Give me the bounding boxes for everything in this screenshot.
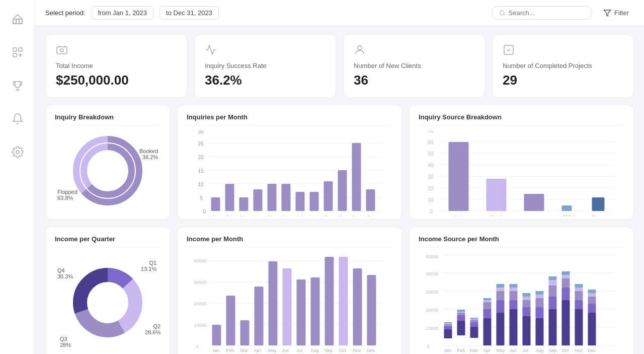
svg-rect-163 <box>536 318 544 345</box>
donut-svg <box>67 130 148 211</box>
svg-rect-33 <box>282 184 291 211</box>
svg-rect-172 <box>549 276 557 280</box>
svg-text:30: 30 <box>198 130 204 134</box>
svg-rect-166 <box>536 295 544 298</box>
sidebar-item-home[interactable] <box>9 10 27 28</box>
svg-rect-177 <box>562 271 570 275</box>
svg-rect-103 <box>367 275 376 345</box>
svg-rect-143 <box>484 318 492 345</box>
svg-point-8 <box>60 49 63 52</box>
svg-rect-150 <box>497 291 505 300</box>
stat-new-clients-label: Number of New Clients <box>354 62 474 69</box>
booked-label: Booked 36.2% <box>139 148 158 160</box>
sidebar-item-analytics[interactable] <box>9 43 27 61</box>
svg-rect-129 <box>444 326 452 329</box>
svg-rect-94 <box>240 320 250 345</box>
svg-rect-148 <box>497 313 505 345</box>
svg-rect-175 <box>562 278 570 288</box>
svg-rect-142 <box>470 318 478 319</box>
svg-rect-184 <box>588 304 596 313</box>
svg-text:Feb: Feb <box>457 348 465 353</box>
svg-text:20: 20 <box>198 155 204 160</box>
income-per-quarter-chart: Q1 13.1% Q2 28.6% Q3 28% Q4 30.3% <box>55 252 160 353</box>
svg-point-81 <box>88 282 128 323</box>
svg-text:Oct: Oct <box>562 348 570 353</box>
svg-text:May: May <box>268 348 277 353</box>
sidebar-item-trophy[interactable] <box>9 77 27 95</box>
svg-rect-152 <box>497 284 505 288</box>
svg-text:Email: Email <box>491 215 502 216</box>
svg-text:Jun: Jun <box>282 215 290 216</box>
svg-rect-162 <box>523 293 531 297</box>
svg-rect-29 <box>225 184 234 211</box>
stat-completed-projects-value: 29 <box>503 73 623 88</box>
svg-text:Jun: Jun <box>510 348 517 353</box>
inquiries-bar-svg: 0 5 10 15 20 25 30 <box>187 130 392 216</box>
filter-icon <box>603 9 611 17</box>
svg-text:15: 15 <box>198 168 204 174</box>
svg-rect-39 <box>366 189 375 211</box>
svg-text:Nov: Nov <box>353 215 362 216</box>
svg-rect-158 <box>523 316 531 345</box>
svg-rect-154 <box>510 300 518 309</box>
svg-text:10: 10 <box>198 182 204 187</box>
sidebar-item-bell[interactable] <box>9 110 27 128</box>
svg-text:Sep: Sep <box>325 215 333 216</box>
income-per-month-card: Income per Month 0 10000 20000 30000 400… <box>177 227 402 354</box>
stats-row: Total Income $250,000.00 Inquiry Success… <box>45 34 634 98</box>
sidebar-item-settings[interactable] <box>9 143 27 161</box>
svg-rect-130 <box>444 324 452 326</box>
svg-rect-31 <box>254 189 263 211</box>
svg-rect-182 <box>575 284 583 288</box>
svg-text:10: 10 <box>428 197 434 203</box>
svg-text:Apr: Apr <box>254 348 261 353</box>
svg-rect-3 <box>13 53 17 57</box>
svg-rect-7 <box>57 47 67 54</box>
svg-rect-69 <box>524 194 544 211</box>
svg-rect-93 <box>226 296 235 345</box>
income-source-svg: 0 10000 20000 30000 40000 50000 <box>419 252 624 353</box>
svg-rect-149 <box>497 300 505 313</box>
from-date-button[interactable]: from Jan 1, 2023 <box>92 6 154 20</box>
filter-button[interactable]: Filter <box>598 7 634 20</box>
svg-rect-168 <box>549 309 557 345</box>
search-box[interactable] <box>492 6 592 20</box>
svg-marker-6 <box>604 10 610 16</box>
svg-text:TikTok: TikTok <box>563 215 576 216</box>
svg-rect-96 <box>269 261 278 345</box>
period-label: Select period: <box>45 9 86 17</box>
svg-rect-164 <box>536 307 544 318</box>
svg-rect-99 <box>311 277 320 345</box>
svg-rect-98 <box>297 279 306 345</box>
svg-rect-147 <box>484 298 492 300</box>
main-content: Select period: from Jan 1, 2023 to Dec 3… <box>35 0 644 354</box>
svg-rect-141 <box>470 319 478 320</box>
svg-text:Dec: Dec <box>588 348 597 353</box>
svg-rect-144 <box>484 309 492 318</box>
inquiry-source-chart: 0 10 20 30 40 50 60 70 <box>419 130 624 211</box>
svg-rect-128 <box>444 329 452 338</box>
svg-text:5: 5 <box>200 195 203 201</box>
svg-text:Oct: Oct <box>339 348 347 353</box>
svg-rect-1 <box>13 48 17 51</box>
to-date-button[interactable]: to Dec 31, 2023 <box>159 6 219 20</box>
quarter-donut-svg <box>67 260 148 345</box>
income-source-chart: 0 10000 20000 30000 40000 50000 <box>419 252 624 353</box>
svg-rect-67 <box>449 142 469 211</box>
svg-text:Apr: Apr <box>254 215 261 216</box>
svg-rect-180 <box>575 291 583 300</box>
svg-rect-32 <box>268 184 277 211</box>
svg-rect-92 <box>212 325 221 345</box>
svg-rect-38 <box>352 143 361 211</box>
svg-text:50: 50 <box>428 151 434 157</box>
svg-text:10000: 10000 <box>194 323 207 328</box>
svg-rect-139 <box>470 322 478 327</box>
svg-rect-178 <box>575 309 583 345</box>
svg-rect-167 <box>536 291 544 295</box>
inquiry-source-card: Inquiry Source Breakdown 0 10 20 30 40 5… <box>409 105 634 220</box>
search-input[interactable] <box>509 9 585 17</box>
svg-text:Aug: Aug <box>536 348 544 353</box>
svg-rect-157 <box>510 284 518 288</box>
inquiry-breakdown-card: Inquiry Breakdown Booked 36.2% <box>45 105 170 220</box>
svg-rect-176 <box>562 275 570 278</box>
